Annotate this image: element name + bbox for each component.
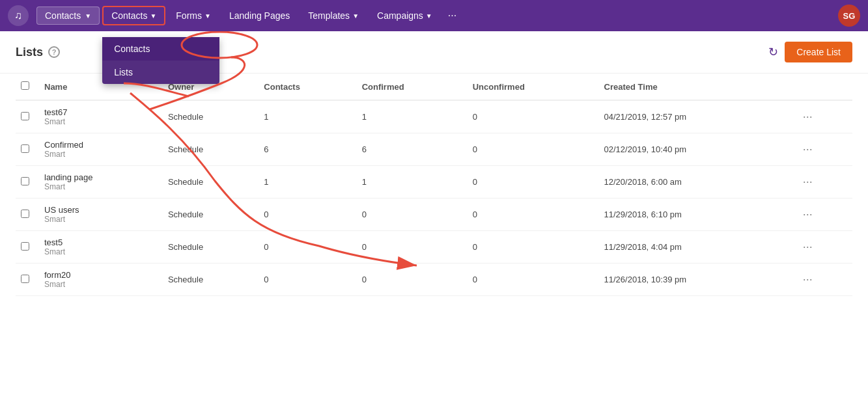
- create-list-button[interactable]: Create List: [785, 42, 852, 62]
- table-row: form20 Smart Schedule 0 0 0 11/26/2018, …: [16, 264, 852, 296]
- row-more-cell-3: ···: [794, 198, 852, 231]
- row-created-5: 11/26/2018, 10:39 pm: [599, 264, 794, 296]
- templates-chevron-icon: ▼: [352, 12, 359, 20]
- row-created-4: 11/29/2018, 4:04 pm: [599, 231, 794, 264]
- user-avatar[interactable]: SG: [838, 5, 860, 27]
- contacts-chevron-icon: ▼: [150, 12, 156, 20]
- row-checkbox-cell: [16, 100, 39, 133]
- campaigns-nav-label: Campaigns: [377, 10, 423, 21]
- row-unconfirmed-4: 0: [468, 231, 599, 264]
- row-unconfirmed-2: 0: [468, 166, 599, 198]
- dropdown-item-contacts[interactable]: Contacts: [102, 37, 219, 61]
- col-actions: [794, 74, 852, 100]
- row-created-1: 02/12/2019, 10:40 pm: [599, 133, 794, 166]
- forms-chevron-icon: ▼: [204, 12, 211, 20]
- row-checkbox-2[interactable]: [21, 177, 29, 185]
- row-confirmed-1: 6: [357, 133, 468, 166]
- nav-more-button[interactable]: ···: [443, 7, 462, 25]
- help-icon[interactable]: ?: [48, 46, 60, 58]
- row-unconfirmed-1: 0: [468, 133, 599, 166]
- row-name-1[interactable]: Confirmed: [44, 140, 158, 150]
- row-checkbox-cell: [16, 133, 39, 166]
- row-contacts-2: 1: [259, 166, 356, 198]
- row-more-button-4[interactable]: ···: [799, 239, 817, 255]
- contacts-dropdown: Contacts Lists: [102, 37, 219, 84]
- page-title-area: Lists ?: [16, 46, 60, 59]
- row-checkbox-3[interactable]: [21, 210, 29, 218]
- table-row: test5 Smart Schedule 0 0 0 11/29/2018, 4…: [16, 231, 852, 264]
- row-owner-0: Schedule: [163, 100, 259, 133]
- nav-item-landing-pages[interactable]: Landing Pages: [221, 7, 298, 24]
- row-more-button-5[interactable]: ···: [799, 271, 817, 288]
- row-contacts-0: 1: [259, 100, 356, 133]
- row-unconfirmed-5: 0: [468, 264, 599, 296]
- select-all-checkbox[interactable]: [21, 81, 29, 90]
- row-checkbox-cell: [16, 264, 39, 296]
- row-type-2: Smart: [44, 182, 158, 191]
- row-more-button-0[interactable]: ···: [799, 109, 817, 125]
- row-checkbox-1[interactable]: [21, 144, 29, 153]
- row-contacts-5: 0: [259, 264, 356, 296]
- row-owner-1: Schedule: [163, 133, 259, 166]
- row-contacts-3: 0: [259, 198, 356, 231]
- templates-nav-label: Templates: [308, 10, 350, 21]
- row-created-2: 12/20/2018, 6:00 am: [599, 166, 794, 198]
- row-type-4: Smart: [44, 247, 158, 256]
- row-type-5: Smart: [44, 280, 158, 289]
- row-checkbox-4[interactable]: [21, 242, 29, 251]
- row-name-cell-2: landing page Smart: [39, 166, 163, 198]
- row-more-button-3[interactable]: ···: [799, 206, 817, 223]
- table-row: US users Smart Schedule 0 0 0 11/29/2018…: [16, 198, 852, 231]
- row-unconfirmed-3: 0: [468, 198, 599, 231]
- marketing-label: Contacts: [45, 10, 81, 21]
- row-confirmed-5: 0: [357, 264, 468, 296]
- row-name-2[interactable]: landing page: [44, 172, 158, 182]
- row-confirmed-4: 0: [357, 231, 468, 264]
- lists-table-container: Name Owner Contacts Confirmed Unconfirme…: [0, 74, 868, 296]
- row-owner-3: Schedule: [163, 198, 259, 231]
- row-checkbox-5[interactable]: [21, 275, 29, 283]
- row-confirmed-0: 1: [357, 100, 468, 133]
- lists-table: Name Owner Contacts Confirmed Unconfirme…: [16, 74, 852, 296]
- row-more-cell-2: ···: [794, 166, 852, 198]
- row-name-0[interactable]: test67: [44, 107, 158, 117]
- row-created-0: 04/21/2019, 12:57 pm: [599, 100, 794, 133]
- row-confirmed-3: 0: [357, 198, 468, 231]
- table-row: landing page Smart Schedule 1 1 0 12/20/…: [16, 166, 852, 198]
- page-title: Lists: [16, 46, 43, 59]
- col-created-time: Created Time: [599, 74, 794, 100]
- nav-item-forms[interactable]: Forms ▼: [168, 7, 219, 24]
- table-row: Confirmed Smart Schedule 6 6 0 02/12/201…: [16, 133, 852, 166]
- row-name-cell-1: Confirmed Smart: [39, 133, 163, 166]
- row-more-button-2[interactable]: ···: [799, 174, 817, 190]
- row-name-5[interactable]: form20: [44, 270, 158, 280]
- row-type-1: Smart: [44, 150, 158, 159]
- row-name-3[interactable]: US users: [44, 205, 158, 215]
- row-contacts-1: 6: [259, 133, 356, 166]
- table-body: test67 Smart Schedule 1 1 0 04/21/2019, …: [16, 100, 852, 296]
- dropdown-item-lists[interactable]: Lists: [102, 61, 219, 84]
- row-contacts-4: 0: [259, 231, 356, 264]
- col-unconfirmed: Unconfirmed: [468, 74, 599, 100]
- contacts-nav-label: Contacts: [111, 10, 147, 21]
- header-actions: ↻ Create List: [768, 42, 852, 62]
- row-checkbox-cell: [16, 166, 39, 198]
- app-logo: ♫: [8, 5, 29, 26]
- row-more-cell-4: ···: [794, 231, 852, 264]
- row-more-cell-5: ···: [794, 264, 852, 296]
- nav-item-contacts[interactable]: Contacts ▼: [102, 6, 165, 25]
- nav-item-templates[interactable]: Templates ▼: [300, 7, 367, 24]
- row-name-4[interactable]: test5: [44, 238, 158, 247]
- refresh-button[interactable]: ↻: [768, 45, 778, 59]
- row-more-cell-1: ···: [794, 133, 852, 166]
- nav-item-campaigns[interactable]: Campaigns ▼: [369, 7, 440, 24]
- row-confirmed-2: 1: [357, 166, 468, 198]
- row-owner-5: Schedule: [163, 264, 259, 296]
- row-more-button-1[interactable]: ···: [799, 141, 817, 157]
- campaigns-chevron-icon: ▼: [426, 12, 432, 20]
- row-type-3: Smart: [44, 215, 158, 224]
- row-checkbox-0[interactable]: [21, 112, 29, 120]
- row-type-0: Smart: [44, 117, 158, 126]
- marketing-dropdown-button[interactable]: Contacts ▼: [36, 7, 100, 25]
- col-contacts: Contacts: [259, 74, 356, 100]
